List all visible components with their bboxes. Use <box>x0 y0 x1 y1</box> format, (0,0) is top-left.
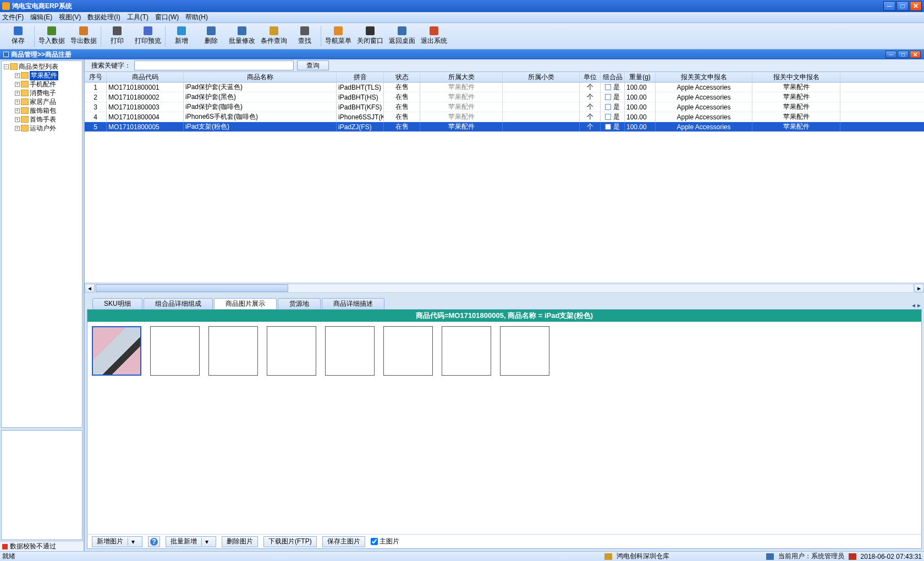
col-weight[interactable]: 重量(g) <box>625 72 656 82</box>
combo-checkbox[interactable] <box>605 124 611 130</box>
expand-icon[interactable]: + <box>15 91 20 96</box>
tb-desktop[interactable]: 返回桌面 <box>386 24 418 48</box>
tab-combo[interactable]: 组合品详细组成 <box>144 298 213 309</box>
mdi-restore[interactable]: □ <box>898 51 909 58</box>
tb-find[interactable]: 查找 <box>290 24 320 48</box>
validation-text: 数据校验不通过 <box>10 542 56 551</box>
combo-checkbox[interactable] <box>605 104 611 110</box>
menu-view[interactable]: 视图(V) <box>59 13 81 22</box>
tb-batchedit[interactable]: 批量修改 <box>226 24 258 48</box>
menu-window[interactable]: 窗口(W) <box>155 13 179 22</box>
tab-images[interactable]: 商品图片展示 <box>214 298 277 309</box>
tree-node[interactable]: +服饰箱包 <box>3 106 81 115</box>
search-button[interactable]: 查询 <box>297 61 329 70</box>
btn-help[interactable]: ? <box>148 536 160 547</box>
col-cn[interactable]: 报关中文申报名 <box>752 72 840 82</box>
tb-export[interactable]: 导出数据 <box>68 24 100 48</box>
tree-node[interactable]: +手机配件 <box>3 80 81 89</box>
grid-hscroll[interactable]: ◂ ▸ <box>85 283 924 293</box>
tree-root[interactable]: − 商品类型列表 <box>3 62 81 71</box>
col-status[interactable]: 状态 <box>384 72 420 82</box>
mdi-close[interactable]: ✕ <box>910 51 921 58</box>
thumbnail-5[interactable] <box>325 326 375 376</box>
col-cat[interactable]: 所属大类 <box>420 72 503 82</box>
col-pinyin[interactable]: 拼音 <box>337 72 384 82</box>
table-row[interactable]: 5MO17101800005iPad支架(粉色)iPadZJ(FS)在售苹果配件… <box>85 122 924 132</box>
col-subcat[interactable]: 所属小类 <box>503 72 580 82</box>
mdi-minimize[interactable]: ─ <box>886 51 897 58</box>
thumbnail-6[interactable] <box>383 326 433 376</box>
tb-import[interactable]: 导入数据 <box>36 24 68 48</box>
tab-source[interactable]: 货源地 <box>278 298 321 309</box>
col-seq[interactable]: 序号 <box>85 72 107 82</box>
dropdown-icon[interactable]: ▾ <box>201 538 211 546</box>
tree-node[interactable]: +苹果配件 <box>3 71 81 80</box>
expand-icon[interactable]: + <box>15 73 20 78</box>
table-row[interactable]: 2MO17101800002iPad保护套(黑色)iPadBHT(HS)在售苹果… <box>85 92 924 102</box>
thumbnail-7[interactable] <box>442 326 491 376</box>
scroll-left-icon[interactable]: ◂ <box>85 284 95 293</box>
minimize-button[interactable]: ─ <box>883 1 895 11</box>
btn-save-main[interactable]: 保存主图片 <box>322 536 365 547</box>
col-name[interactable]: 商品名称 <box>184 72 337 82</box>
expand-icon[interactable]: + <box>15 117 20 122</box>
col-code[interactable]: 商品代码 <box>107 72 184 82</box>
expand-icon[interactable]: + <box>15 82 20 87</box>
tab-scroll-left-icon[interactable]: ◂ <box>912 301 915 309</box>
maximize-button[interactable]: □ <box>897 1 909 11</box>
tb-closewin[interactable]: 关闭窗口 <box>354 24 386 48</box>
btn-add-image[interactable]: 新增图片▾ <box>92 536 142 547</box>
combo-checkbox[interactable] <box>605 84 611 90</box>
tree-node[interactable]: +家居产品 <box>3 97 81 106</box>
thumbnail-4[interactable] <box>267 326 316 376</box>
btn-download-ftp[interactable]: 下载图片(FTP) <box>263 536 317 547</box>
col-combo[interactable]: 组合品 <box>601 72 625 82</box>
menu-help[interactable]: 帮助(H) <box>185 13 208 22</box>
thumbnail-2[interactable] <box>150 326 200 376</box>
btn-batch-add[interactable]: 批量新增▾ <box>166 536 216 547</box>
tab-sku[interactable]: SKU明细 <box>92 298 142 309</box>
search-input[interactable] <box>134 61 294 70</box>
thumbnail-3[interactable] <box>208 326 258 376</box>
expand-icon[interactable]: + <box>15 108 20 113</box>
dropdown-icon[interactable]: ▾ <box>128 538 138 546</box>
tab-scroll-right-icon[interactable]: ▸ <box>917 301 921 309</box>
menu-data[interactable]: 数据处理(I) <box>87 13 120 22</box>
btn-del-image[interactable]: 删除图片 <box>222 536 258 547</box>
col-unit[interactable]: 单位 <box>580 72 601 82</box>
chk-main-image[interactable] <box>371 538 378 545</box>
grid-body[interactable]: 1MO17101800001iPad保护套(天蓝色)iPadBHT(TLS)在售… <box>85 82 924 283</box>
table-row[interactable]: 3MO17101800003iPad保护套(咖啡色)iPadBHT(KFS)在售… <box>85 102 924 112</box>
expand-icon[interactable]: + <box>15 100 20 105</box>
menu-tools[interactable]: 工具(T) <box>127 13 148 22</box>
tree-node[interactable]: +首饰手表 <box>3 115 81 124</box>
tb-save[interactable]: 保存 <box>3 24 33 48</box>
tb-preview[interactable]: 打印预览 <box>132 24 164 48</box>
tb-print[interactable]: 打印 <box>102 24 132 48</box>
table-row[interactable]: 4MO17101800004iPhone6S手机套(咖啡色)iPhone6SSJ… <box>85 112 924 122</box>
tb-exit[interactable]: 退出系统 <box>418 24 450 48</box>
collapse-icon[interactable]: − <box>4 64 9 69</box>
combo-checkbox[interactable] <box>605 94 611 100</box>
expand-icon[interactable]: + <box>15 126 20 131</box>
tree-node[interactable]: +运动户外 <box>3 124 81 133</box>
tb-delete[interactable]: 删除 <box>196 24 226 48</box>
chk-main-image-wrap[interactable]: 主图片 <box>371 537 399 546</box>
menu-edit[interactable]: 编辑(E) <box>30 13 52 22</box>
table-row[interactable]: 1MO17101800001iPad保护套(天蓝色)iPadBHT(TLS)在售… <box>85 82 924 92</box>
close-button[interactable]: ✕ <box>910 1 922 11</box>
category-tree[interactable]: − 商品类型列表 +苹果配件+手机配件+消费电子+家居产品+服饰箱包+首饰手表+… <box>1 61 82 428</box>
thumbnail-8[interactable] <box>500 326 549 376</box>
col-en[interactable]: 报关英文申报名 <box>656 72 752 82</box>
menu-file[interactable]: 文件(F) <box>2 13 24 22</box>
tab-desc[interactable]: 商品详细描述 <box>322 298 384 309</box>
tb-add[interactable]: 新增 <box>167 24 196 48</box>
tree-node[interactable]: +消费电子 <box>3 89 81 97</box>
scroll-thumb[interactable] <box>96 284 288 292</box>
thumbnail-1[interactable] <box>92 326 141 376</box>
tb-navmenu[interactable]: 导航菜单 <box>322 24 354 48</box>
combo-checkbox[interactable] <box>605 114 611 120</box>
scroll-right-icon[interactable]: ▸ <box>914 284 924 293</box>
scroll-track[interactable] <box>95 284 914 293</box>
tb-condquery[interactable]: 条件查询 <box>258 24 290 48</box>
